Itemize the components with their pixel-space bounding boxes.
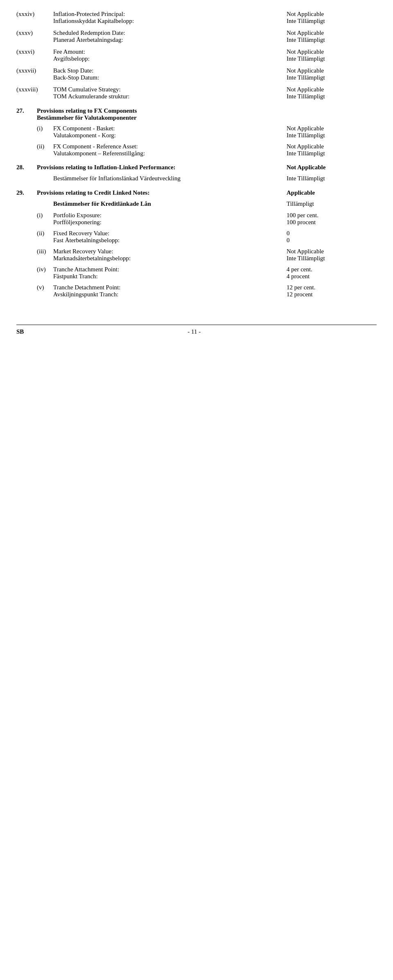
section-xxxvi-value: Not Applicable Inte Tillämpligt (287, 48, 377, 62)
section-28-sv: Bestämmelser för Inflationslänkad Värdeu… (16, 173, 377, 184)
section-28-sv-label: Bestämmelser för Inflationslänkad Värdeu… (53, 175, 287, 182)
section-27-i-label-en: FX Component - Basket: (53, 125, 282, 132)
section-xxxvii-label-sv: Back-Stop Datum: (53, 74, 282, 81)
section-27-i-value: Not Applicable Inte Tillämpligt (287, 125, 377, 139)
section-29-v-value-en: 12 per cent. (287, 284, 377, 291)
section-29-ii-label-en: Fixed Recovery Value: (53, 230, 282, 237)
section-xxxiv-value-sv: Inte Tillämpligt (287, 18, 377, 25)
section-xxxviii-num: (xxxviii) (16, 86, 53, 93)
section-29-ii-label: Fixed Recovery Value: Fast Återbetalning… (53, 230, 287, 244)
section-29-v-label-en: Tranche Detachment Point: (53, 284, 282, 291)
section-27-item-i: (i) FX Component - Basket: Valutakompone… (16, 123, 377, 141)
section-xxxiv-num: (xxxiv) (16, 11, 53, 18)
section-29-i-sub: (i) (37, 212, 53, 219)
section-27-value (287, 107, 377, 121)
section-27-ii-sub: (ii) (37, 143, 53, 150)
section-29-iii-label-sv: Marknadsåterbetalningsbelopp: (53, 255, 282, 262)
section-29-iii-value: Not Applicable Inte Tillämpligt (287, 248, 377, 262)
section-28-title-sv: Bestämmelser för Inflationslänkad Värdeu… (53, 175, 282, 182)
section-29-i-value-sv: 100 procent (287, 219, 377, 226)
page-footer: SB - 11 - (16, 325, 377, 335)
section-xxxv-value: Not Applicable Inte Tillämpligt (287, 30, 377, 43)
section-xxxv-label: Scheduled Redemption Date: Planerad Åter… (53, 30, 287, 43)
section-27-title: Provisions relating to FX Components Bes… (37, 107, 287, 121)
section-xxxv-value-en: Not Applicable (287, 30, 377, 36)
section-29-item-v: (v) Tranche Detachment Point: Avskiljnin… (16, 282, 377, 300)
section-29-i-value: 100 per cent. 100 procent (287, 212, 377, 226)
section-xxxiv-label-en: Inflation-Protected Principal: (53, 11, 282, 18)
section-29-title: Provisions relating to Credit Linked Not… (37, 189, 287, 196)
section-28-value-en: Not Applicable (287, 164, 377, 171)
section-xxxvi-label-sv: Avgiftsbelopp: (53, 55, 282, 62)
section-xxxiv-value-en: Not Applicable (287, 11, 377, 18)
section-xxxv-label-sv: Planerad Återbetalningsdag: (53, 36, 282, 43)
section-29-iv-label-en: Tranche Attachment Point: (53, 266, 282, 273)
section-27-ii-label-en: FX Component - Reference Asset: (53, 143, 282, 150)
page-content: (xxxiv) Inflation-Protected Principal: I… (16, 8, 377, 335)
section-29-i-label-sv: Porfföljexponering: (53, 219, 282, 226)
section-27-i-sub: (i) (37, 125, 53, 132)
section-27-item-ii: (ii) FX Component - Reference Asset: Val… (16, 141, 377, 159)
section-27-ii-value-en: Not Applicable (287, 143, 377, 150)
section-28-title: Provisions relating to Inflation-Linked … (37, 164, 287, 171)
section-29-item-iii: (iii) Market Recovery Value: Marknadsåte… (16, 246, 377, 264)
section-xxxvi-label-en: Fee Amount: (53, 48, 282, 55)
section-xxxiv-label: Inflation-Protected Principal: Inflation… (53, 11, 287, 25)
section-29-v-label: Tranche Detachment Point: Avskiljningspu… (53, 284, 287, 298)
section-29-sv-label: Bestämmelser för Kreditlänkade Lån (53, 200, 287, 207)
section-xxxvii-value: Not Applicable Inte Tillämpligt (287, 67, 377, 81)
section-29-iv-sub: (iv) (37, 266, 53, 273)
section-27-i-label: FX Component - Basket: Valutakomponent -… (53, 125, 287, 139)
section-29-num: 29. (16, 189, 37, 196)
section-xxxviii-value: Not Applicable Inte Tillämpligt (287, 86, 377, 100)
section-29-ii-value-sv: 0 (287, 237, 377, 244)
section-29-sv: Bestämmelser för Kreditlänkade Lån Tillä… (16, 198, 377, 210)
section-29-i-value-en: 100 per cent. (287, 212, 377, 219)
section-xxxvi: (xxxvi) Fee Amount: Avgiftsbelopp: Not A… (16, 46, 377, 65)
section-27-header: 27. Provisions relating to FX Components… (16, 102, 377, 123)
section-27-ii-label: FX Component - Reference Asset: Valutako… (53, 143, 287, 157)
section-27-i-value-sv: Inte Tillämpligt (287, 132, 377, 139)
section-29-ii-value-en: 0 (287, 230, 377, 237)
section-xxxviii-value-en: Not Applicable (287, 86, 377, 93)
section-28-value-sv: Inte Tillämpligt (287, 175, 377, 182)
section-29-ii-value: 0 0 (287, 230, 377, 244)
section-29-i-label-en: Portfolio Exposure: (53, 212, 282, 219)
section-xxxiv: (xxxiv) Inflation-Protected Principal: I… (16, 8, 377, 27)
section-29-iv-value-sv: 4 procent (287, 273, 377, 280)
section-xxxviii-label-sv: TOM Ackumulerande struktur: (53, 93, 282, 100)
section-xxxvi-num: (xxxvi) (16, 48, 53, 55)
footer-center: - 11 - (187, 328, 201, 335)
section-xxxv-label-en: Scheduled Redemption Date: (53, 30, 282, 36)
section-xxxvii: (xxxvii) Back Stop Date: Back-Stop Datum… (16, 65, 377, 84)
section-28-num: 28. (16, 164, 37, 171)
section-28-title-en: Provisions relating to Inflation-Linked … (37, 164, 287, 171)
section-27-ii-value: Not Applicable Inte Tillämpligt (287, 143, 377, 157)
section-xxxiv-value: Not Applicable Inte Tillämpligt (287, 11, 377, 25)
section-xxxvii-label-en: Back Stop Date: (53, 67, 282, 74)
section-27-ii-label-sv: Valutakomponent – Referenstillgång: (53, 150, 282, 157)
section-29-item-ii: (ii) Fixed Recovery Value: Fast Återbeta… (16, 228, 377, 246)
section-xxxiv-label-sv: Inflationsskyddat Kapitalbelopp: (53, 18, 282, 25)
section-29-v-value: 12 per cent. 12 procent (287, 284, 377, 298)
section-xxxvi-value-sv: Inte Tillämpligt (287, 55, 377, 62)
section-xxxvi-label: Fee Amount: Avgiftsbelopp: (53, 48, 287, 62)
section-29-ii-label-sv: Fast Återbetalningsbelopp: (53, 237, 282, 244)
section-28-header: 28. Provisions relating to Inflation-Lin… (16, 159, 377, 173)
section-29-title-sv: Bestämmelser för Kreditlänkade Lån (53, 200, 282, 207)
section-29-item-i: (i) Portfolio Exposure: Porfföljexponeri… (16, 210, 377, 228)
section-27-title-sv: Bestämmelser för Valutakomponenter (37, 114, 287, 121)
section-29-iii-value-en: Not Applicable (287, 248, 377, 255)
section-xxxviii-label: TOM Cumulative Strategy: TOM Ackumuleran… (53, 86, 287, 100)
section-xxxvii-value-en: Not Applicable (287, 67, 377, 74)
footer-left: SB (16, 328, 24, 335)
section-29-value-en: Applicable (287, 189, 377, 196)
section-27-i-label-sv: Valutakomponent - Korg: (53, 132, 282, 139)
section-29-iv-value-en: 4 per cent. (287, 266, 377, 273)
section-xxxvii-label: Back Stop Date: Back-Stop Datum: (53, 67, 287, 81)
section-xxxv: (xxxv) Scheduled Redemption Date: Planer… (16, 27, 377, 46)
section-29-v-sub: (v) (37, 284, 53, 291)
section-xxxvii-num: (xxxvii) (16, 67, 53, 74)
section-xxxv-value-sv: Inte Tillämpligt (287, 36, 377, 43)
section-29-v-label-sv: Avskiljningspunkt Tranch: (53, 291, 282, 298)
